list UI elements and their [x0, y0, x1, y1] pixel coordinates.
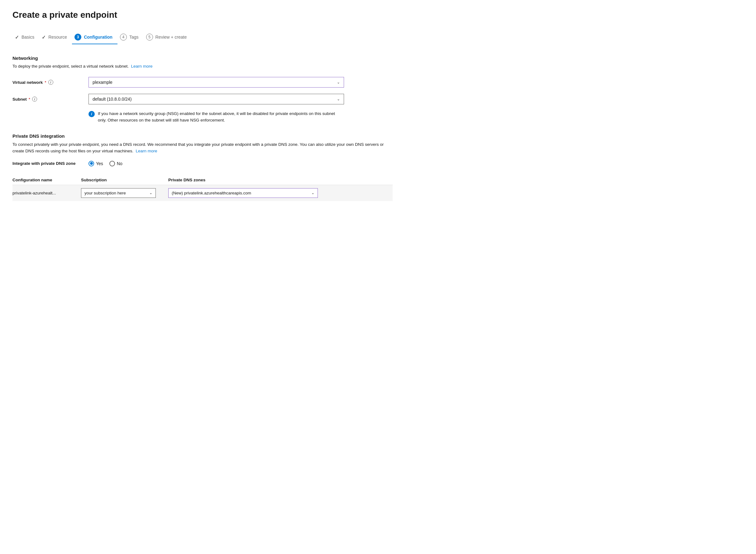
- radio-no-outer: [109, 161, 115, 166]
- dns-zone-value: (New) privatelink.azurehealthcareapis.co…: [172, 191, 251, 196]
- dns-zone-cell: (New) privatelink.azurehealthcareapis.co…: [168, 185, 393, 201]
- networking-description: To deploy the private endpoint, select a…: [12, 63, 393, 69]
- networking-section: Networking To deploy the private endpoin…: [12, 55, 393, 123]
- config-name-cell: privatelink-azurehealt...: [12, 185, 81, 201]
- virtual-network-row: Virtual network * i plexample ⌄: [12, 77, 393, 88]
- dns-zone-dropdown[interactable]: (New) privatelink.azurehealthcareapis.co…: [168, 188, 318, 198]
- required-star-subnet: *: [29, 97, 30, 102]
- subscription-dropdown[interactable]: your subscription here ⌄: [81, 188, 156, 198]
- subnet-chevron-icon: ⌄: [337, 97, 340, 101]
- tab-circle-4: 4: [120, 34, 127, 41]
- tab-tags[interactable]: 4 Tags: [117, 31, 144, 44]
- table-row: privatelink-azurehealt... your subscript…: [12, 185, 393, 201]
- page-title: Create a private endpoint: [12, 10, 393, 20]
- dns-learn-more[interactable]: Learn more: [136, 149, 157, 153]
- radio-yes-inner: [90, 162, 93, 165]
- vnet-info-icon[interactable]: i: [48, 80, 53, 85]
- dns-zone-chevron-icon: ⌄: [311, 191, 314, 195]
- tab-configuration-label: Configuration: [84, 35, 112, 40]
- checkmark-icon-2: ✓: [42, 34, 46, 40]
- virtual-network-value: plexample: [93, 80, 112, 85]
- nsg-info-icon: i: [89, 111, 95, 117]
- dns-section-title: Private DNS integration: [12, 133, 393, 138]
- tab-review-label: Review + create: [156, 35, 187, 40]
- tab-resource-label: Resource: [48, 35, 67, 40]
- dns-table: Configuration name Subscription Private …: [12, 175, 393, 201]
- tab-configuration[interactable]: 3 Configuration: [72, 31, 117, 44]
- networking-learn-more[interactable]: Learn more: [131, 64, 153, 68]
- subnet-dropdown[interactable]: default (10.8.0.0/24) ⌄: [89, 94, 344, 104]
- tab-basics-label: Basics: [21, 35, 34, 40]
- subscription-value: your subscription here: [85, 191, 126, 196]
- vnet-chevron-icon: ⌄: [337, 80, 340, 85]
- dns-description: To connect privately with your private e…: [12, 141, 393, 155]
- tab-review[interactable]: 5 Review + create: [144, 31, 192, 44]
- virtual-network-dropdown[interactable]: plexample ⌄: [89, 77, 344, 88]
- radio-yes[interactable]: Yes: [89, 161, 103, 166]
- tab-resource[interactable]: ✓ Resource: [39, 32, 72, 44]
- col-header-subscription: Subscription: [81, 175, 168, 185]
- virtual-network-label: Virtual network * i: [12, 80, 81, 85]
- nsg-notice: i If you have a network security group (…: [89, 111, 344, 123]
- checkmark-icon: ✓: [15, 34, 19, 40]
- radio-no-label: No: [117, 161, 122, 166]
- tab-basics[interactable]: ✓ Basics: [12, 32, 39, 44]
- wizard-tabs: ✓ Basics ✓ Resource 3 Configuration 4 Ta…: [12, 31, 393, 44]
- dns-section: Private DNS integration To connect priva…: [12, 133, 393, 201]
- tab-circle-3: 3: [74, 34, 81, 41]
- radio-no[interactable]: No: [109, 161, 122, 166]
- subnet-value: default (10.8.0.0/24): [93, 97, 131, 102]
- subnet-info-icon[interactable]: i: [32, 97, 37, 102]
- nsg-notice-text: If you have a network security group (NS…: [98, 111, 344, 123]
- radio-yes-label: Yes: [96, 161, 103, 166]
- col-header-config-name: Configuration name: [12, 175, 81, 185]
- col-header-dns-zones: Private DNS zones: [168, 175, 393, 185]
- subnet-label: Subnet * i: [12, 97, 81, 102]
- subscription-cell: your subscription here ⌄: [81, 185, 168, 201]
- tab-circle-5: 5: [146, 34, 153, 41]
- radio-yes-outer: [89, 161, 94, 166]
- subscription-chevron-icon: ⌄: [149, 191, 152, 195]
- required-star-vnet: *: [45, 80, 46, 85]
- dns-integrate-row: Integrate with private DNS zone Yes No: [12, 161, 393, 166]
- integrate-dns-label: Integrate with private DNS zone: [12, 161, 81, 166]
- tab-tags-label: Tags: [129, 35, 139, 40]
- subnet-row: Subnet * i default (10.8.0.0/24) ⌄: [12, 94, 393, 104]
- networking-title: Networking: [12, 55, 393, 61]
